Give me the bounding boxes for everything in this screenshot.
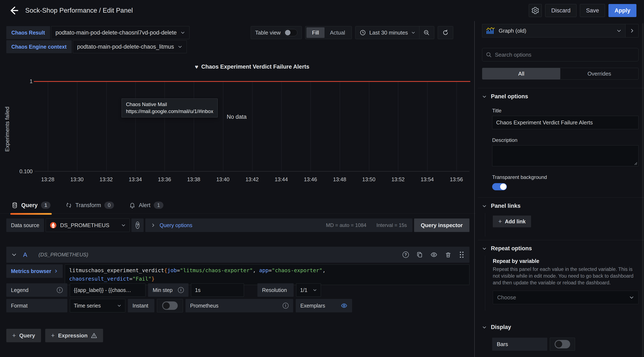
duplicate-icon[interactable]: [416, 251, 423, 258]
fill-actual-segment: Fill Actual: [305, 26, 352, 39]
query-help-icon[interactable]: ?: [402, 251, 409, 258]
instant-toggle[interactable]: [157, 299, 183, 312]
options-search[interactable]: [482, 48, 638, 62]
back-button[interactable]: [8, 5, 19, 17]
chevron-down-icon: [178, 45, 182, 49]
page-title: Sock-Shop Performance / Edit Panel: [25, 7, 133, 14]
panel-links-header[interactable]: Panel links: [482, 203, 638, 209]
format-select[interactable]: Time series: [70, 299, 125, 312]
legend-field-label: Legend i: [6, 283, 67, 297]
gridline: [135, 82, 136, 171]
discard-button[interactable]: Discard: [545, 4, 577, 17]
tab-overrides[interactable]: Overrides: [560, 68, 638, 79]
tab-all[interactable]: All: [482, 68, 560, 79]
table-view-toggle[interactable]: Table view: [251, 26, 302, 39]
query-stats: MD = auto = 1084 Interval = 15s: [326, 222, 407, 228]
tab-badge: 1: [154, 202, 163, 209]
plot-area[interactable]: [35, 82, 470, 172]
min-step-input[interactable]: [191, 283, 244, 297]
description-field-label: Description: [492, 137, 638, 143]
save-button[interactable]: Save: [580, 4, 605, 17]
pane-splitter[interactable]: [474, 21, 475, 357]
y-tick-label: 0.100: [10, 168, 32, 175]
trash-icon[interactable]: [445, 251, 451, 258]
bars-option-row: Bars: [492, 338, 638, 351]
add-query-button[interactable]: + Query: [6, 329, 41, 342]
transparent-bg-label: Transparent background: [492, 174, 638, 180]
bell-icon: [129, 202, 136, 208]
panel-title-input[interactable]: [492, 116, 638, 129]
no-data-message: No data: [227, 114, 247, 120]
query-code: litmuschaos_experiment_verdict{job="litm…: [69, 267, 326, 282]
resolution-field-label: Resolution: [258, 283, 294, 297]
visualization-picker[interactable]: Graph (old): [482, 24, 626, 38]
exemplars-field: Exemplars: [296, 299, 352, 312]
repeat-variable-select[interactable]: Choose: [493, 291, 638, 304]
transparent-bg-toggle[interactable]: [492, 183, 507, 190]
refresh-button[interactable]: [438, 26, 453, 39]
apply-button[interactable]: Apply: [608, 4, 636, 17]
gridline: [340, 82, 340, 171]
bars-toggle[interactable]: [550, 338, 575, 351]
tab-query[interactable]: Query 1: [12, 199, 50, 211]
help-icon: ?: [136, 222, 139, 229]
panel-options-header[interactable]: Panel options: [482, 93, 638, 100]
prometheus-icon: [50, 222, 57, 229]
chevron-down-icon: [482, 325, 487, 330]
resolution-select[interactable]: 1/1: [296, 283, 321, 297]
toggle-viz-picker-button[interactable]: [626, 24, 638, 38]
options-search-input[interactable]: [495, 52, 635, 58]
zoom-out-icon[interactable]: [423, 29, 430, 36]
legend-input[interactable]: [70, 283, 146, 297]
repeat-options-header[interactable]: Repeat options: [482, 245, 638, 252]
query-datasource-hint: (DS_PROMETHEUS): [38, 252, 88, 258]
chevron-down-icon: [482, 204, 487, 208]
sidebar-scrollbar[interactable]: [642, 23, 644, 357]
exemplars-eye-icon[interactable]: [341, 302, 348, 309]
chevron-right-icon: [630, 28, 634, 33]
panel-settings-button[interactable]: [529, 4, 542, 17]
gridline: [281, 82, 282, 171]
metrics-browser-button[interactable]: Metrics browser: [6, 264, 63, 278]
panel-title: Chaos Experiment Verdict Failure Alerts: [201, 64, 310, 70]
query-expression-input[interactable]: litmuschaos_experiment_verdict{job="litm…: [65, 264, 470, 285]
gridline: [194, 82, 194, 171]
chevron-down-icon: [411, 31, 416, 35]
tab-alert[interactable]: Alert 1: [129, 199, 164, 211]
actual-option[interactable]: Actual: [324, 27, 350, 38]
gridline: [106, 82, 107, 171]
resize-grip-icon[interactable]: [633, 161, 638, 165]
plus-icon: +: [12, 332, 16, 339]
query-inspector-button[interactable]: Query inspector: [414, 218, 470, 232]
datasource-value: DS_PROMETHEUS: [60, 222, 109, 229]
datasource-help-button[interactable]: ?: [132, 218, 144, 232]
query-options-row-2: Format Time series Instant Prometheus i …: [6, 299, 352, 312]
panel-description-textarea[interactable]: [492, 145, 638, 166]
add-expression-button[interactable]: + Expression: [45, 329, 103, 342]
panel-header[interactable]: ♥ Chaos Experiment Verdict Failure Alert…: [35, 64, 470, 70]
fill-option[interactable]: Fill: [306, 27, 324, 38]
x-tick-label: 13:30: [70, 176, 84, 182]
arrow-left-icon: [8, 6, 18, 16]
disable-query-eye-icon[interactable]: [430, 251, 438, 258]
query-options-toggle[interactable]: Query options: [160, 222, 192, 228]
table-view-switch[interactable]: [284, 29, 298, 36]
chaos-result-dropdown[interactable]: podtato-main-pod-delete-chaosnl7vd-pod-d…: [51, 26, 190, 39]
tab-transform[interactable]: Transform 0: [66, 199, 114, 211]
chevron-right-icon: [151, 223, 156, 228]
x-tick-label: 13:52: [392, 176, 405, 182]
variable-row: Chaos Engine context podtato-main-pod-de…: [6, 40, 190, 53]
query-row-header[interactable]: A (DS_PROMETHEUS) ?: [6, 247, 470, 263]
prometheus-field-label: Prometheus i: [186, 299, 293, 312]
drag-handle-icon[interactable]: [459, 251, 464, 258]
time-range-picker[interactable]: Last 30 minutes: [355, 26, 434, 39]
add-link-button[interactable]: + Add link: [493, 216, 531, 227]
chaos-engine-dropdown[interactable]: podtato-main-pod-delete-chaos_litmus: [73, 40, 187, 53]
display-header[interactable]: Display: [482, 324, 638, 330]
panel-links-section: Panel links + Add link: [482, 198, 638, 237]
tab-label: Query: [21, 202, 38, 209]
grafana-edit-panel: Sock-Shop Performance / Edit Panel Disca…: [0, 0, 644, 357]
plus-icon: +: [498, 218, 502, 225]
datasource-picker[interactable]: DS_PROMETHEUS: [46, 218, 130, 232]
series-tooltip: Chaos Native Mail https://mail.google.co…: [122, 99, 218, 117]
